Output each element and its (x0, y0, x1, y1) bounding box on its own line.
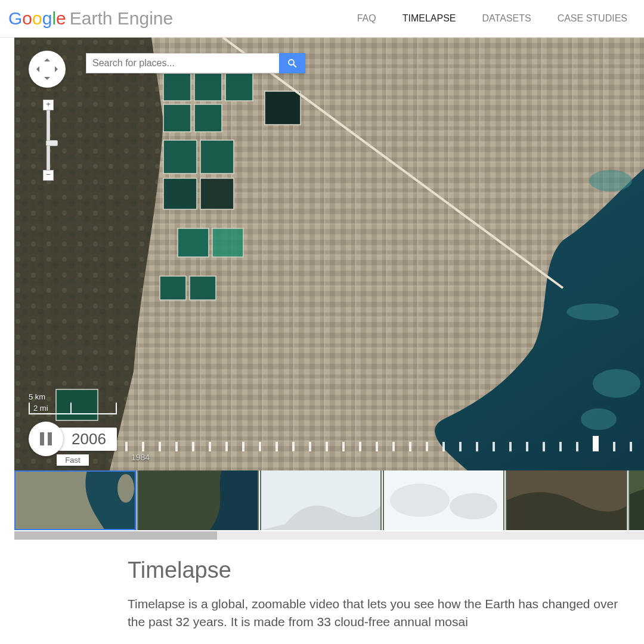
nav-case-studies[interactable]: CASE STUDIES (558, 13, 627, 24)
svg-rect-10 (163, 73, 191, 101)
timeline-tick[interactable] (192, 442, 194, 451)
timeline-tick[interactable] (125, 442, 128, 451)
svg-point-30 (289, 60, 294, 65)
search-button[interactable] (279, 53, 305, 73)
timeline-tick[interactable] (476, 442, 478, 451)
svg-point-26 (589, 170, 632, 191)
timeline-tick[interactable] (342, 442, 345, 451)
scale-mi-label: 2 mi (33, 404, 48, 413)
nav-timelapse[interactable]: TIMELAPSE (402, 13, 456, 24)
svg-rect-22 (160, 276, 186, 300)
timeline-tick[interactable] (309, 442, 311, 451)
scale-km-label: 5 km (29, 392, 45, 401)
svg-line-31 (293, 64, 296, 67)
timeline-tick[interactable] (275, 442, 278, 451)
zoom-control: + − (43, 100, 54, 181)
timeline-tick[interactable] (392, 442, 395, 451)
timeline-tick[interactable] (509, 442, 512, 451)
timeline-tick[interactable] (493, 442, 495, 451)
timeline-controls: 2006 Fast 1984 (29, 422, 644, 466)
timeline-tick[interactable] (209, 442, 211, 451)
thumbnail-strip (14, 470, 644, 540)
app-header: Google Earth Engine FAQTIMELAPSEDATASETS… (0, 0, 644, 38)
zoom-slider-thumb[interactable] (46, 140, 58, 146)
article-title: Timelapse (128, 558, 628, 583)
timeline-tick[interactable] (159, 442, 161, 451)
logo-product: Earth Engine (70, 8, 173, 29)
location-thumbnail[interactable] (383, 470, 504, 530)
map-viewport[interactable]: + − 5 km 2 mi 2006 Fast 1984 (14, 38, 644, 470)
top-nav: FAQTIMELAPSEDATASETSCASE STUDIES (357, 13, 627, 24)
timeline-tick[interactable] (292, 442, 295, 451)
map-scale: 5 km 2 mi (29, 392, 117, 414)
pan-arrows-icon (35, 57, 60, 82)
svg-rect-12 (225, 73, 253, 101)
timeline-tick[interactable] (442, 442, 445, 451)
zoom-out-button[interactable]: − (43, 170, 54, 181)
speed-selector[interactable]: Fast (57, 454, 88, 466)
thumbnail-scrollbar-thumb[interactable] (14, 531, 217, 540)
location-thumbnail[interactable] (14, 470, 136, 530)
timeline-tick[interactable] (359, 442, 361, 451)
timeline-tick[interactable] (142, 442, 144, 451)
timeline-tick[interactable] (593, 436, 599, 451)
timeline-tick[interactable] (459, 442, 462, 451)
svg-rect-19 (265, 91, 301, 125)
svg-point-37 (390, 484, 450, 517)
search-input[interactable] (86, 53, 279, 73)
svg-rect-20 (178, 228, 209, 257)
location-thumbnail[interactable] (137, 470, 259, 530)
location-thumbnail[interactable] (628, 470, 644, 530)
timeline-tick[interactable] (543, 442, 545, 451)
play-pause-button[interactable] (29, 422, 63, 456)
pan-control[interactable] (29, 51, 66, 88)
timeline-tick[interactable] (630, 442, 632, 451)
timeline-tick[interactable] (526, 442, 528, 451)
nav-datasets[interactable]: DATASETS (482, 13, 531, 24)
svg-rect-11 (194, 73, 222, 101)
nav-faq[interactable]: FAQ (357, 13, 376, 24)
timeline-tick[interactable] (326, 442, 328, 451)
article-text: Timelapse is a global, zoomable video th… (128, 595, 628, 631)
timeline-tick[interactable] (613, 442, 615, 451)
logo-google: Google (8, 8, 66, 29)
search-icon (287, 58, 298, 69)
timeline-tick[interactable] (409, 442, 411, 451)
current-year-display: 2006 (58, 428, 117, 451)
search-bar (86, 53, 305, 73)
svg-point-27 (566, 304, 619, 320)
svg-rect-18 (200, 178, 234, 209)
logo[interactable]: Google Earth Engine (8, 8, 173, 29)
svg-rect-21 (212, 228, 243, 257)
timeline-tick[interactable] (242, 442, 244, 451)
timeline-tick[interactable] (259, 442, 261, 451)
timeline-tick[interactable] (576, 442, 578, 451)
timeline-start-label: 1984 (131, 453, 150, 462)
article-body: Timelapse Timelapse is a global, zoomabl… (128, 558, 628, 631)
svg-point-33 (117, 474, 134, 503)
svg-rect-13 (163, 104, 191, 132)
svg-rect-23 (190, 276, 216, 300)
timeline-ticks[interactable]: 1984 (125, 436, 644, 451)
location-thumbnail[interactable] (260, 470, 382, 530)
zoom-in-button[interactable]: + (43, 100, 54, 110)
pause-icon (40, 432, 52, 445)
timeline-tick[interactable] (225, 442, 228, 451)
svg-rect-17 (163, 178, 197, 209)
timeline-tick[interactable] (175, 442, 178, 451)
svg-rect-14 (194, 104, 222, 132)
timeline-tick[interactable] (559, 442, 562, 451)
svg-rect-15 (163, 140, 197, 174)
thumbnail-scrollbar[interactable] (14, 531, 644, 540)
svg-rect-16 (200, 140, 234, 174)
svg-point-38 (450, 493, 497, 519)
location-thumbnail[interactable] (506, 470, 627, 530)
timeline-tick[interactable] (376, 442, 378, 451)
timeline-tick[interactable] (426, 442, 428, 451)
svg-point-28 (593, 369, 640, 398)
